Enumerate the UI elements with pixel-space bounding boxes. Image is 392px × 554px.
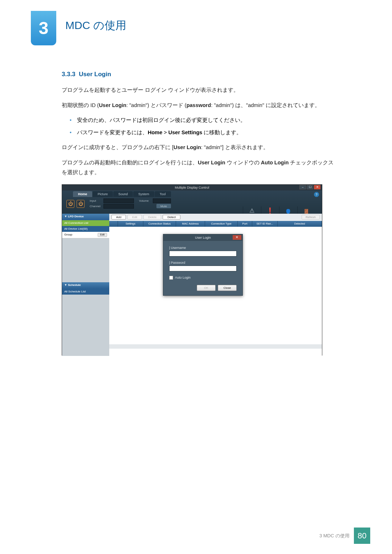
chapter-title: MDC の使用 — [65, 18, 126, 33]
power-off-icon[interactable]: ⏻ — [77, 200, 85, 208]
titlebar: Multiple Display Control – ☐ ✕ — [62, 185, 322, 190]
col-settings: Settings — [118, 221, 143, 227]
input-select[interactable] — [103, 198, 134, 203]
tabbar: Home Picture Sound System Tool — [73, 191, 171, 197]
table-body: User Login ✕ | Username | Password Auto … — [109, 227, 322, 349]
sidebar-lfd-header[interactable]: ▼ LFD Device — [62, 214, 109, 220]
sidebar-item-all-device[interactable]: All Device List(00) — [62, 226, 109, 232]
input-label: Input — [90, 199, 103, 202]
col-port: Port — [238, 221, 252, 227]
bullet-list: 安全のため、パスワードは初回ログイン後に必ず変更してください。 パスワードを変更… — [73, 115, 338, 138]
volume-input[interactable] — [153, 198, 171, 203]
password-label: | Password — [169, 261, 237, 264]
password-field[interactable] — [169, 266, 237, 271]
bullet: パスワードを変更するには、Home > User Settings に移動します… — [73, 128, 338, 138]
col-blank — [109, 221, 118, 227]
detect-button[interactable]: Detect — [163, 215, 180, 219]
section-heading: 3.3.3 User Login — [62, 71, 338, 78]
tab-sound[interactable]: Sound — [113, 191, 133, 197]
tab-picture[interactable]: Picture — [93, 191, 113, 197]
sidebar: ▼ LFD Device All Connection List All Dev… — [62, 214, 109, 356]
username-field[interactable] — [169, 251, 237, 257]
volume-label: Volume — [139, 199, 153, 202]
page-number: 80 — [354, 528, 370, 544]
sidebar-blank — [62, 295, 109, 356]
mute-button[interactable]: Mute — [156, 204, 171, 208]
main-area: Add Edit Delete Detect Refresh Settings … — [109, 214, 322, 356]
sidebar-item-all-schedule[interactable]: All Schedule List — [62, 289, 109, 295]
alert-icon: ❗ — [266, 207, 274, 214]
dialog-body: | Username | Password Auto Login OK Clos… — [163, 241, 242, 296]
dialog-buttons: OK Close — [169, 285, 237, 291]
tab-tool[interactable]: Tool — [155, 191, 171, 197]
toolbar: ? Home Picture Sound System Tool ⏻ ⏻ Inp… — [62, 190, 322, 214]
dialog-titlebar: User Login ✕ — [163, 234, 242, 241]
col-detected: Detected — [278, 221, 322, 227]
group-label: Group — [64, 233, 72, 237]
chapter-badge: 3 — [31, 11, 56, 45]
sidebar-blank — [62, 238, 109, 282]
col-conn-status: Connection Status — [143, 221, 176, 227]
chapter-number: 3 — [39, 18, 49, 38]
paragraph: ログインに成功すると、プログラムの右下に [User Login: "admin… — [62, 143, 338, 153]
dialog-close-button[interactable]: ✕ — [233, 235, 241, 240]
bullet: 安全のため、パスワードは初回ログイン後に必ず変更してください。 — [73, 115, 338, 126]
maximize-button[interactable]: ☐ — [307, 185, 313, 189]
add-button[interactable]: Add — [111, 215, 126, 219]
tab-system[interactable]: System — [133, 191, 154, 197]
paragraph: プログラムの再起動時に自動的にログインを行うには、User Login ウィンド… — [62, 158, 338, 178]
content-area: 3.3.3 User Login プログラムを起動するとユーザー ログイン ウィ… — [62, 71, 338, 356]
auto-login-row[interactable]: Auto Login — [169, 276, 237, 280]
channel-select[interactable] — [103, 204, 134, 209]
minimize-button[interactable]: – — [299, 185, 306, 189]
paragraph: プログラムを起動するとユーザー ログイン ウィンドウが表示されます。 — [62, 85, 338, 95]
app-title: Multiple Display Control — [175, 186, 209, 189]
app-body: ▼ LFD Device All Connection List All Dev… — [62, 214, 322, 356]
power-on-icon[interactable]: ⏻ — [66, 200, 74, 208]
tool-row: ⏻ ⏻ Input Channel Volume Mute ⚠Fault Dev… — [66, 198, 318, 209]
sidebar-item-all-connection[interactable]: All Connection List — [62, 220, 109, 226]
col-conn-type: Connection Type — [205, 221, 238, 227]
footer-text: 3 MDC の使用 — [319, 533, 350, 539]
button-row: Add Edit Delete Detect Refresh — [109, 214, 322, 221]
delete-button[interactable]: Delete — [143, 215, 161, 219]
username-label: | Username — [169, 246, 237, 250]
window-controls: – ☐ ✕ — [299, 185, 320, 189]
paragraph: 初期状態の ID (User Login: "admin") とパスワード (p… — [62, 100, 338, 111]
auto-login-checkbox[interactable] — [169, 276, 173, 280]
table-header: Settings Connection Status MAC Address C… — [109, 221, 322, 227]
auto-login-label: Auto Login — [175, 276, 191, 279]
help-icon[interactable]: ? — [314, 192, 319, 197]
warning-icon: ⚠ — [249, 207, 254, 214]
edit-button[interactable]: Edit — [127, 215, 142, 219]
tab-home[interactable]: Home — [73, 191, 92, 197]
refresh-button[interactable]: Refresh — [302, 215, 320, 219]
col-mac: MAC Address — [176, 221, 205, 227]
col-setid: SET ID Ran... — [252, 221, 278, 227]
channel-label: Channel — [90, 205, 103, 208]
close-button[interactable]: Close — [218, 285, 237, 291]
close-button[interactable]: ✕ — [314, 185, 320, 189]
ok-button[interactable]: OK — [197, 285, 216, 291]
page-footer: 3 MDC の使用 80 — [319, 528, 370, 544]
sidebar-group-row: Group Edit — [62, 232, 109, 238]
user-login-dialog: User Login ✕ | Username | Password Auto … — [163, 234, 243, 296]
app-screenshot: Multiple Display Control – ☐ ✕ ? Home Pi… — [62, 184, 322, 356]
dialog-title: User Login — [195, 236, 211, 239]
group-edit-button[interactable]: Edit — [98, 233, 107, 237]
sidebar-schedule-header[interactable]: ▼ Schedule — [62, 282, 109, 289]
